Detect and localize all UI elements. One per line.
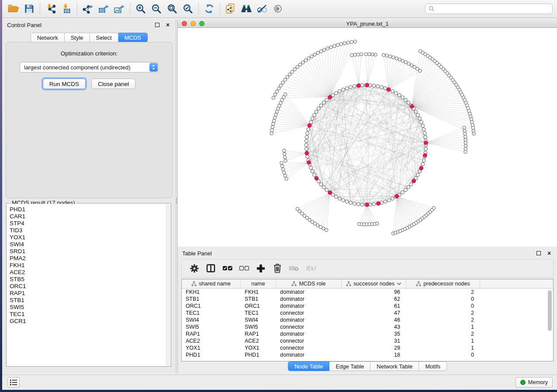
memory-button[interactable]: Memory [515, 377, 553, 388]
mcds-result-item[interactable]: PMA2 [10, 255, 166, 262]
refresh-button[interactable] [201, 2, 217, 16]
mcds-result-item[interactable]: TID3 [10, 227, 166, 234]
split-columns-icon [206, 263, 216, 274]
zoom-fit-icon [166, 3, 178, 14]
application-window: Control Panel × NetworkStyleSelectMCDS O… [2, 0, 557, 390]
tab-mcds[interactable]: MCDS [118, 33, 148, 42]
tab-edge-table[interactable]: Edge Table [329, 361, 370, 371]
table-scrollbar-thumb[interactable] [548, 290, 552, 331]
column-header-name[interactable]: name [241, 279, 276, 288]
tab-network[interactable]: Network [31, 33, 65, 42]
export-image-button[interactable] [111, 2, 127, 16]
table-cell: connector [276, 310, 342, 316]
control-panel: Control Panel × NetworkStyleSelectMCDS O… [3, 20, 176, 373]
mcds-result-item[interactable]: RAP1 [10, 290, 166, 297]
tab-select[interactable]: Select [90, 33, 118, 42]
mcds-result-item[interactable]: SWI5 [10, 304, 166, 311]
zoom-selected-button[interactable] [180, 2, 196, 16]
float-table-panel-button[interactable] [535, 250, 542, 257]
mcds-result-item[interactable]: SWI4 [10, 241, 166, 248]
table-scrollbar[interactable] [547, 289, 552, 360]
table-row[interactable]: SWI4SWI4dominator462 [182, 316, 553, 323]
search-field[interactable] [425, 3, 553, 14]
table-row[interactable]: SWI5SWI5connector431 [182, 323, 553, 330]
table-row[interactable]: PHD1PHD1dominator180 [182, 351, 553, 358]
column-header-predecessor-nodes[interactable]: predecessor nodes [406, 279, 480, 288]
mcds-result-item[interactable]: FKH1 [10, 262, 166, 269]
mcds-result-item[interactable]: PHD1 [10, 206, 166, 213]
mcds-result-item[interactable]: STB1 [10, 297, 166, 304]
open-file-button[interactable] [6, 2, 21, 16]
table-cell: ORC1 [182, 303, 241, 309]
export-table-button[interactable] [96, 2, 111, 16]
import-table-button[interactable] [59, 2, 74, 16]
mcds-result-item[interactable]: ORC1 [10, 283, 166, 290]
mcds-result-item[interactable]: SRD1 [10, 248, 166, 255]
mcds-result-item[interactable]: STP4 [10, 220, 166, 227]
tab-network-table[interactable]: Network Table [370, 361, 419, 371]
export-network-button[interactable] [80, 2, 96, 16]
table-cell: FKH1 [241, 289, 276, 295]
search-input[interactable] [437, 4, 552, 13]
close-table-panel-button[interactable]: × [546, 250, 553, 257]
toolbar-separator [40, 3, 40, 15]
table-cell: 0 [406, 303, 480, 309]
tab-node-table[interactable]: Node Table [288, 361, 330, 371]
table-cell: SWI4 [241, 317, 276, 323]
close-panel-button-mcds[interactable]: Close panel [91, 79, 135, 89]
hide-glasses-button[interactable] [254, 2, 270, 16]
tab-motifs[interactable]: Motifs [419, 361, 447, 371]
import-network-button[interactable] [43, 2, 59, 16]
function-fx-icon: f(x) [305, 263, 316, 274]
column-header-successor-nodes[interactable]: successor nodes [342, 279, 406, 288]
table-row[interactable]: ACE2ACE2connector311 [182, 337, 553, 344]
table-row[interactable]: FKH1FKH1dominator962 [182, 289, 553, 296]
save-session-button[interactable] [21, 2, 37, 16]
search-objects-button[interactable] [239, 2, 254, 16]
delete-row-trash-button[interactable] [270, 262, 285, 275]
table-cell: 2 [406, 331, 480, 337]
mcds-list-scrollbar[interactable] [166, 204, 170, 366]
table-cell: TEC1 [182, 310, 241, 316]
optimization-criterion-select[interactable]: largest connected component (undirected) [20, 62, 159, 72]
network-graph[interactable] [178, 28, 557, 247]
show-eye-button[interactable] [270, 2, 286, 16]
show-panels-button[interactable] [7, 377, 20, 388]
table-row[interactable]: RAP1RAP1dominator352 [182, 330, 553, 337]
tab-style[interactable]: Style [65, 33, 90, 42]
select-all-checked-button[interactable] [220, 262, 235, 275]
table-cell: RAP1 [241, 331, 276, 337]
mcds-result-item[interactable]: GCR1 [10, 318, 166, 325]
control-panel-titlebar: Control Panel × [3, 20, 176, 30]
mcds-result-item[interactable]: STB5 [10, 276, 166, 283]
network-canvas[interactable] [178, 28, 557, 247]
clone-network-icon [225, 3, 236, 14]
close-panel-button[interactable]: × [164, 21, 171, 28]
split-columns-button[interactable] [204, 262, 218, 275]
column-header-MCDS-role[interactable]: MCDS role [276, 279, 342, 288]
table-panel-titlebar: Table Panel × [178, 248, 557, 258]
network-frame-titlebar[interactable]: YPA_prune.txt_1 [178, 20, 557, 28]
zoom-out-button[interactable] [149, 2, 164, 16]
run-mcds-button[interactable]: Run MCDS [43, 79, 86, 89]
zoom-fit-button[interactable] [164, 2, 180, 16]
zoom-in-button[interactable] [133, 2, 149, 16]
table-row[interactable]: ORC1ORC1dominator610 [182, 303, 553, 309]
mcds-result-item[interactable]: CAR1 [10, 213, 166, 220]
mcds-result-item[interactable]: YOX1 [10, 234, 166, 241]
table-row[interactable]: TEC1TEC1connector472 [182, 309, 553, 316]
mcds-result-item[interactable]: TEC1 [10, 311, 166, 318]
column-header-shared-name[interactable]: shared name [182, 279, 241, 288]
table-row[interactable]: STB1STB1dominator620 [182, 296, 553, 303]
mcds-result-item[interactable]: ACE2 [10, 269, 166, 276]
clone-network-button[interactable] [223, 2, 239, 16]
float-panel-button[interactable] [154, 21, 161, 28]
add-row-button[interactable] [253, 262, 268, 275]
mcds-result-list[interactable]: PHD1CAR1STP4TID3YOX1SWI4SRD1PMA2FKH1ACE2… [7, 204, 166, 366]
table-cell: ACE2 [182, 338, 241, 344]
settings-gear-button[interactable] [187, 262, 202, 275]
table-cell: STB1 [241, 296, 276, 302]
table-row[interactable]: YOX1YOX1connector291 [182, 344, 553, 351]
table-cell: connector [276, 324, 342, 330]
deselect-all-button[interactable] [237, 262, 252, 275]
